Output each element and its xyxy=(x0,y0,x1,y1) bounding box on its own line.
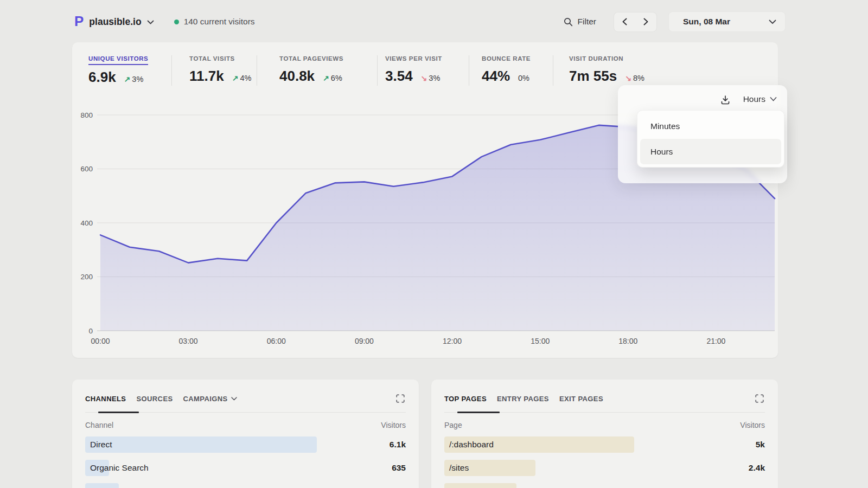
expand-icon xyxy=(755,394,764,403)
date-range-label: Sun, 08 Mar xyxy=(683,17,730,27)
interval-option[interactable]: Hours xyxy=(640,139,781,164)
metric[interactable]: VIEWS PER VISIT 3.54 ↘3% xyxy=(385,53,442,85)
row-bar xyxy=(444,483,516,488)
tab[interactable]: CAMPAIGNS xyxy=(183,395,237,403)
table-header: Page Visitors xyxy=(444,421,765,429)
metric-label: VIEWS PER VISIT xyxy=(385,55,442,64)
trend-arrow-icon: ↘ xyxy=(625,74,631,82)
channels-card: CHANNELS SOURCES CAMPAIGNS Channel Visit… xyxy=(72,380,419,488)
column-channel: Channel xyxy=(85,421,113,429)
row-value: 635 xyxy=(392,463,406,473)
row-value: 2.4k xyxy=(749,463,765,473)
metric[interactable]: BOUNCE RATE 44% 0% xyxy=(482,53,531,85)
pages-card: TOP PAGES ENTRY PAGES EXIT PAGES Page Vi… xyxy=(431,380,778,488)
row-label[interactable]: /sites xyxy=(444,463,469,473)
stat-divider xyxy=(377,55,378,86)
channels-tabs: CHANNELS SOURCES CAMPAIGNS xyxy=(85,393,406,404)
chevron-down-icon xyxy=(770,97,777,101)
date-nav-arrows xyxy=(614,12,657,32)
row-label[interactable]: Organic Search xyxy=(85,463,149,473)
metric[interactable]: VISIT DURATION 7m 55s ↘8% xyxy=(569,53,644,85)
tab[interactable]: EXIT PAGES xyxy=(559,395,603,403)
trend-arrow-icon: ↘ xyxy=(421,74,427,82)
download-icon xyxy=(720,94,731,105)
filter-label: Filter xyxy=(578,17,596,27)
metric-value: 3.54 xyxy=(385,68,413,85)
plausible-logo-icon: P xyxy=(74,14,84,28)
pages-table: /:dashboard 5k /sites 2.4k xyxy=(444,436,765,488)
expand-button[interactable] xyxy=(754,393,765,404)
live-dot-icon xyxy=(174,20,179,24)
metric-label: TOTAL PAGEVIEWS xyxy=(279,55,343,64)
metric-delta: ↘8% xyxy=(625,74,644,82)
table-row[interactable] xyxy=(85,483,406,488)
column-visitors: Visitors xyxy=(381,421,406,429)
metric-value: 40.8k xyxy=(279,68,315,85)
row-label[interactable]: Direct xyxy=(85,440,112,450)
metric-delta-value: 3% xyxy=(429,74,440,82)
metric-delta-value: 4% xyxy=(240,74,251,82)
table-row[interactable]: /:dashboard 5k xyxy=(444,436,765,453)
expand-button[interactable] xyxy=(395,393,406,404)
tab[interactable]: SOURCES xyxy=(136,395,173,403)
svg-text:800: 800 xyxy=(80,111,93,119)
date-range-picker[interactable]: Sun, 08 Mar xyxy=(668,11,786,32)
svg-text:15:00: 15:00 xyxy=(531,337,550,345)
tab[interactable]: CHANNELS xyxy=(85,395,126,403)
tabs-divider xyxy=(444,412,765,413)
tab[interactable]: TOP PAGES xyxy=(444,395,487,403)
site-picker[interactable]: plausible.io xyxy=(89,16,154,28)
interval-menu: Minutes Hours xyxy=(637,110,784,168)
search-icon xyxy=(564,17,573,27)
filter-button[interactable]: Filter xyxy=(561,14,598,30)
table-row[interactable]: Direct 6.1k xyxy=(85,436,406,453)
trend-arrow-icon: ↗ xyxy=(323,74,329,82)
metric-delta: 0% xyxy=(518,74,529,82)
stat-divider xyxy=(553,55,553,86)
row-label[interactable]: /:dashboard xyxy=(444,440,494,450)
metric[interactable]: TOTAL PAGEVIEWS 40.8k ↗6% xyxy=(279,53,343,85)
metric-delta-value: 6% xyxy=(331,74,342,82)
interval-dropdown-button[interactable]: Hours xyxy=(742,93,778,105)
metric-value: 11.7k xyxy=(189,68,224,85)
svg-text:400: 400 xyxy=(80,219,93,227)
export-button[interactable] xyxy=(719,93,732,106)
column-page: Page xyxy=(444,421,462,429)
current-visitors[interactable]: 140 current visitors xyxy=(184,17,255,27)
tab-label: ENTRY PAGES xyxy=(497,395,549,403)
prev-period-button[interactable] xyxy=(614,12,635,31)
metric-delta: ↗6% xyxy=(323,74,342,82)
metric-delta-value: 0% xyxy=(518,74,529,82)
metric-delta: ↘3% xyxy=(421,74,441,82)
next-period-button[interactable] xyxy=(635,12,656,31)
metric[interactable]: TOTAL VISITS 11.7k ↗4% xyxy=(189,53,251,85)
active-tab-underline xyxy=(457,412,500,413)
svg-text:600: 600 xyxy=(80,165,93,173)
metric-label: UNIQUE VISITORS xyxy=(88,55,148,65)
table-row[interactable]: Organic Search 635 xyxy=(85,460,406,476)
svg-text:21:00: 21:00 xyxy=(706,337,725,345)
metric-delta-value: 8% xyxy=(633,74,644,82)
metric-label: TOTAL VISITS xyxy=(189,55,235,64)
row-value: 5k xyxy=(756,440,765,450)
table-row[interactable]: /sites 2.4k xyxy=(444,460,765,476)
expand-icon xyxy=(396,394,405,403)
metric-delta: ↗4% xyxy=(232,74,252,82)
trend-arrow-icon: ↗ xyxy=(232,74,239,82)
metric[interactable]: UNIQUE VISITORS 6.9k ↗3% xyxy=(88,53,148,86)
chevron-down-icon xyxy=(231,397,237,401)
svg-text:200: 200 xyxy=(80,273,93,281)
svg-text:03:00: 03:00 xyxy=(179,337,198,345)
svg-text:0: 0 xyxy=(88,327,93,335)
svg-text:18:00: 18:00 xyxy=(618,337,637,345)
table-header: Channel Visitors xyxy=(85,421,406,429)
metric-delta-value: 3% xyxy=(132,75,143,84)
row-value: 6.1k xyxy=(390,440,406,450)
row-bar xyxy=(85,483,119,488)
svg-text:00:00: 00:00 xyxy=(91,337,110,345)
metric-delta: ↗3% xyxy=(124,75,144,84)
tab-label: TOP PAGES xyxy=(444,395,487,403)
interval-option[interactable]: Minutes xyxy=(640,113,781,139)
tab[interactable]: ENTRY PAGES xyxy=(497,395,549,403)
table-row[interactable] xyxy=(444,483,765,488)
